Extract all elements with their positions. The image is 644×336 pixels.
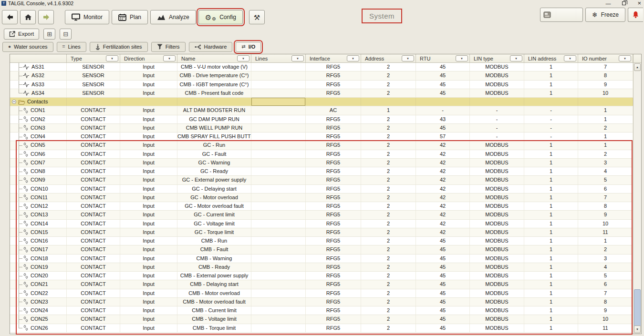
table-row[interactable]: CON18 CONTACT Input CMB - Warning RFG5 2…	[10, 255, 633, 263]
cell-lin-type[interactable]: MODBUS	[470, 280, 524, 288]
cell-address[interactable]: 2	[361, 71, 416, 80]
table-row[interactable]: CON19 CONTACT Input CMB - Ready RFG5 2 4…	[10, 263, 633, 272]
tree-collapse-icon[interactable]	[12, 100, 16, 104]
cell-lin-type[interactable]: MODBUS	[470, 81, 524, 89]
cell-rtu[interactable]: 42	[416, 150, 470, 158]
cell-lin-address[interactable]: 1	[524, 185, 578, 193]
cell-type[interactable]	[67, 98, 120, 106]
cell-type[interactable]: CONTACT	[67, 115, 120, 123]
cell-lin-address[interactable]: 1	[524, 324, 578, 332]
cell-lin-address[interactable]: 1	[524, 202, 578, 210]
cell-type[interactable]: CONTACT	[67, 263, 120, 271]
cell-name[interactable]: GC - Warning	[177, 159, 251, 167]
cell-address[interactable]: 2	[361, 228, 416, 236]
cell-name[interactable]: CMB - Present fault code	[177, 89, 251, 97]
cell-rtu[interactable]	[416, 98, 470, 106]
table-row[interactable]: AS32 SENSOR Input CMB - Drive temperatur…	[10, 71, 633, 80]
cell-address[interactable]: 1	[361, 106, 416, 114]
cell-lin-address[interactable]: -	[524, 132, 578, 141]
cell-io-number[interactable]: 7	[578, 193, 633, 202]
cell-lin-type[interactable]: -	[470, 115, 524, 123]
cell-address[interactable]: 2	[361, 167, 416, 175]
cell-address[interactable]: 2	[361, 115, 416, 123]
cell-lines[interactable]	[251, 324, 306, 332]
cell-name[interactable]: CMB - Drive temperature (C°)	[177, 71, 251, 80]
table-row[interactable]: CON21 CONTACT Input CMB - Delaying start…	[10, 280, 633, 289]
cell-interface[interactable]: AC	[306, 106, 361, 114]
cell-interface[interactable]: RFG5	[306, 237, 361, 245]
cell-address[interactable]: 2	[361, 211, 416, 219]
table-row[interactable]: CON12 CONTACT Input GC - Motor overload …	[10, 202, 633, 211]
cell-name[interactable]: GC - Motor overload fault	[177, 202, 251, 210]
cell-name[interactable]: GC - Motor overload	[177, 193, 251, 202]
cell-direction[interactable]: Input	[120, 71, 177, 80]
table-row[interactable]: CON9 CONTACT Input GC - External power s…	[10, 176, 633, 184]
cell-lin-address[interactable]: 1	[524, 89, 578, 97]
cell-lin-type[interactable]: MODBUS	[470, 176, 524, 184]
cell-address[interactable]: 2	[361, 272, 416, 280]
cell-lines[interactable]	[251, 124, 306, 132]
cell-direction[interactable]: Input	[120, 289, 177, 297]
export-button[interactable]: Export	[4, 29, 39, 40]
cell-lines[interactable]	[251, 141, 306, 149]
cell-direction[interactable]: Input	[120, 315, 177, 323]
cell-address[interactable]: 2	[361, 176, 416, 184]
cell-io-number[interactable]: 1	[578, 132, 633, 141]
cell-type[interactable]: CONTACT	[67, 202, 120, 210]
cell-direction[interactable]: Input	[120, 176, 177, 184]
cell-lin-address[interactable]: 1	[524, 150, 578, 158]
cell-name[interactable]: CMB - Voltage limit	[177, 315, 251, 323]
cell-name[interactable]: GC - Current limit	[177, 211, 251, 219]
cell-address[interactable]: 2	[361, 237, 416, 245]
cell-type[interactable]: CONTACT	[67, 298, 120, 306]
cell-name[interactable]	[177, 98, 251, 106]
tab-io[interactable]: ⇄ I/O	[236, 42, 261, 52]
cell-interface[interactable]: RFG5	[306, 124, 361, 132]
cell-address[interactable]: 2	[361, 263, 416, 271]
cell-io-number[interactable]: 7	[578, 63, 633, 71]
cell-direction[interactable]: Input	[120, 141, 177, 149]
cell-name[interactable]: CMB - Ready	[177, 263, 251, 271]
cell-interface[interactable]: RFG5	[306, 245, 361, 254]
cell-rtu[interactable]: 45	[416, 272, 470, 280]
cell-direction[interactable]: Input	[120, 193, 177, 202]
cell-lin-address[interactable]: 1	[524, 193, 578, 202]
cell-direction[interactable]: Input	[120, 263, 177, 271]
cell-direction[interactable]: Input	[120, 211, 177, 219]
cell-lines[interactable]	[251, 167, 306, 175]
minimize-button[interactable]: —	[605, 0, 611, 7]
table-row[interactable]: CON26 CONTACT Input CMB - Torque limit R…	[10, 324, 633, 333]
cell-io-number[interactable]: 9	[578, 211, 633, 219]
cell-name[interactable]: CMB - Current limit	[177, 306, 251, 315]
scroll-up-button[interactable]: ▲	[634, 63, 641, 71]
cell-address[interactable]: 2	[361, 220, 416, 228]
cell-lin-address[interactable]: 1	[524, 220, 578, 228]
cell-io-number[interactable]: 1	[578, 237, 633, 245]
cell-name[interactable]: CMB - Warning	[177, 255, 251, 263]
cell-lines[interactable]	[251, 245, 306, 254]
cell-lin-address[interactable]: 1	[524, 211, 578, 219]
column-filter-dropdown[interactable]: ▼	[510, 55, 522, 61]
cell-name[interactable]: CMB - IGBT temperature (C°)	[177, 81, 251, 89]
cell-type[interactable]: CONTACT	[67, 132, 120, 141]
cell-type[interactable]: CONTACT	[67, 245, 120, 254]
cell-io-number[interactable]: 10	[578, 315, 633, 323]
cell-address[interactable]: 2	[361, 315, 416, 323]
cell-lines[interactable]	[251, 306, 306, 315]
cell-type[interactable]: CONTACT	[67, 185, 120, 193]
close-button[interactable]: ×	[637, 0, 641, 7]
back-button[interactable]	[2, 10, 18, 24]
cell-type[interactable]: CONTACT	[67, 167, 120, 175]
cell-type[interactable]: CONTACT	[67, 315, 120, 323]
cell-direction[interactable]: Input	[120, 220, 177, 228]
cell-direction[interactable]: Input	[120, 124, 177, 132]
cell-io-number[interactable]: 2	[578, 245, 633, 254]
cell-address[interactable]: 2	[361, 324, 416, 332]
cell-lin-type[interactable]: MODBUS	[470, 211, 524, 219]
cell-address[interactable]: 2	[361, 202, 416, 210]
cell-lin-address[interactable]: 1	[524, 298, 578, 306]
cell-lin-address[interactable]: 1	[524, 228, 578, 236]
cell-address[interactable]: 2	[361, 306, 416, 315]
cell-direction[interactable]: Input	[120, 245, 177, 254]
cell-name[interactable]: CMB - Fault	[177, 245, 251, 254]
